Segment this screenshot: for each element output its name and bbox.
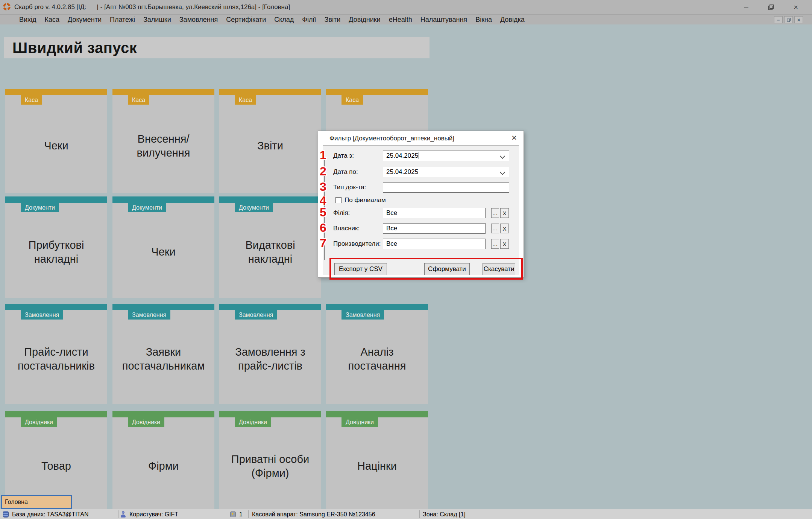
annotation-number-7: 7 — [316, 237, 330, 249]
tile-label: Звіти — [252, 128, 288, 154]
menu-item-9[interactable]: Звіти — [320, 15, 345, 24]
menu-item-11[interactable]: eHealth — [385, 15, 416, 24]
tile-label: Прибуткові накладні — [5, 227, 107, 267]
tile-category-strip — [5, 89, 107, 95]
menu-item-0[interactable]: Вихід — [15, 15, 41, 24]
clear-button-7[interactable]: X — [500, 239, 509, 249]
status-text: Користувач: GIFT — [129, 511, 178, 518]
menu-item-2[interactable]: Документи — [64, 15, 106, 24]
field-input-7[interactable]: Все — [383, 239, 486, 249]
field-label-7: Производители: — [333, 239, 381, 249]
annotation-number-5: 5 — [316, 206, 330, 218]
user-icon — [120, 511, 126, 517]
tile-3-1[interactable]: ДовідникиФірми — [112, 411, 214, 511]
annotation-number-2: 2 — [316, 165, 330, 177]
mdi-close-icon[interactable]: × — [794, 16, 803, 23]
menu-item-8[interactable]: Філії — [298, 15, 320, 24]
browse-button-6[interactable]: ... — [491, 224, 499, 233]
dialog-field-row-1: Дата з:25.04.2025 — [318, 151, 524, 161]
status-text: Касовий апарат: Samsung ER-350 №123456 — [252, 511, 375, 518]
browse-button-5[interactable]: ... — [491, 208, 499, 218]
tile-2-2[interactable]: ЗамовленняЗамовлення з прайс-листів — [219, 304, 321, 404]
menu-item-14[interactable]: Довідка — [496, 15, 529, 24]
field-input-5[interactable]: Все — [383, 208, 486, 218]
tile-category-strip — [5, 304, 107, 310]
dialog-close-icon[interactable]: × — [509, 133, 519, 143]
tile-2-0[interactable]: ЗамовленняПрайс-листи постачальників — [5, 304, 107, 404]
database-icon — [3, 511, 9, 517]
tile-1-0[interactable]: ДокументиПрибуткові накладні — [5, 196, 107, 298]
field-input-1[interactable]: 25.04.2025 — [383, 151, 509, 161]
minimize-icon[interactable]: – — [734, 1, 759, 14]
status-item-0: База даних: TASA3@TITAN — [3, 509, 89, 519]
tile-category-strip — [326, 304, 428, 310]
tile-label: Товар — [36, 448, 76, 474]
tile-1-1[interactable]: ДокументиЧеки — [112, 196, 214, 298]
annotation-number-6: 6 — [316, 222, 330, 234]
menu-item-13[interactable]: Вікна — [471, 15, 496, 24]
field-value: Все — [386, 209, 397, 217]
dialog-field-row-2: Дата по:25.04.2025 — [318, 167, 524, 177]
status-separator — [248, 510, 249, 518]
status-text: База даних: TASA3@TITAN — [12, 511, 89, 518]
title-bar: Скарб pro v. 4.0.2.85 [ІД: | - [Апт №003… — [0, 0, 812, 15]
annotation-number-3: 3 — [316, 181, 330, 193]
mdi-restore-glyph-icon — [787, 18, 791, 22]
field-label-3: Тип док-та: — [333, 182, 366, 193]
tile-3-3[interactable]: ДовідникиНацінки — [326, 411, 428, 511]
tile-1-2[interactable]: ДокументиВидаткові накладні — [219, 196, 321, 298]
branches-checkbox-label: По филиалам — [345, 196, 386, 204]
window-controls: – × — [734, 1, 808, 14]
dialog-field-row-7: Производители:Все...X — [318, 239, 524, 249]
dialog-field-row-5: Філія:Все...X — [318, 208, 524, 218]
cancel-button[interactable]: Скасувати — [483, 263, 515, 275]
tile-category-strip — [112, 304, 214, 310]
tile-0-0[interactable]: КасаЧеки — [5, 89, 107, 193]
tile-2-3[interactable]: ЗамовленняАналіз постачання — [326, 304, 428, 404]
tile-category-strip — [219, 196, 321, 203]
field-input-6[interactable]: Все — [383, 223, 486, 234]
clear-button-5[interactable]: X — [500, 208, 509, 218]
export-csv-button[interactable]: Експорт у CSV — [334, 263, 387, 275]
menu-item-1[interactable]: Каса — [41, 15, 64, 24]
field-input-2[interactable]: 25.04.2025 — [383, 167, 509, 177]
tile-category-tab: Документи — [235, 203, 273, 212]
menu-item-7[interactable]: Склад — [270, 15, 298, 24]
close-icon[interactable]: × — [783, 1, 808, 14]
tab-home[interactable]: Головна — [1, 495, 72, 509]
tile-category-tab: Каса — [341, 95, 363, 105]
mdi-minimize-icon[interactable]: – — [774, 16, 783, 23]
mdi-restore-icon[interactable] — [784, 16, 793, 23]
tile-3-2[interactable]: ДовідникиПриватні особи (Фірми) — [219, 411, 321, 511]
clear-button-6[interactable]: X — [500, 224, 509, 233]
menu-item-10[interactable]: Довідники — [345, 15, 384, 24]
menu-item-6[interactable]: Сертифікати — [222, 15, 270, 24]
branches-checkbox[interactable] — [335, 197, 341, 203]
tile-0-1[interactable]: КасаВнесення/вилучення — [112, 89, 214, 193]
generate-button[interactable]: Сформувати — [424, 263, 470, 275]
annotation-number-1: 1 — [316, 149, 330, 161]
field-input-3[interactable] — [383, 182, 509, 193]
menu-item-3[interactable]: Платежі — [106, 15, 139, 24]
status-bar: База даних: TASA3@TITANКористувач: GIFT1… — [0, 509, 812, 519]
status-separator — [419, 510, 420, 518]
tile-category-tab: Каса — [235, 95, 256, 105]
quick-launch-panel: Швидкий запуск — [4, 37, 430, 58]
tile-category-strip — [219, 89, 321, 95]
menu-item-5[interactable]: Замовлення — [175, 15, 222, 24]
tile-2-1[interactable]: ЗамовленняЗаявки постачальникам — [112, 304, 214, 404]
tile-label: Внесення/вилучення — [112, 121, 214, 161]
menu-item-4[interactable]: Залишки — [139, 15, 175, 24]
menu-item-12[interactable]: Налаштування — [416, 15, 471, 24]
tile-0-2[interactable]: КасаЗвіти — [219, 89, 321, 193]
restore-glyph-icon — [768, 5, 774, 10]
status-text: 1 — [239, 511, 243, 518]
tile-label: Заявки постачальникам — [112, 334, 214, 374]
tile-label: Фірми — [143, 448, 184, 474]
browse-button-7[interactable]: ... — [491, 239, 499, 249]
tile-category-tab: Довідники — [21, 417, 57, 427]
tile-label: Прайс-листи постачальників — [5, 334, 107, 374]
restore-icon[interactable] — [759, 1, 783, 14]
chevron-down-icon — [500, 154, 505, 159]
tile-label: Чеки — [39, 128, 73, 154]
